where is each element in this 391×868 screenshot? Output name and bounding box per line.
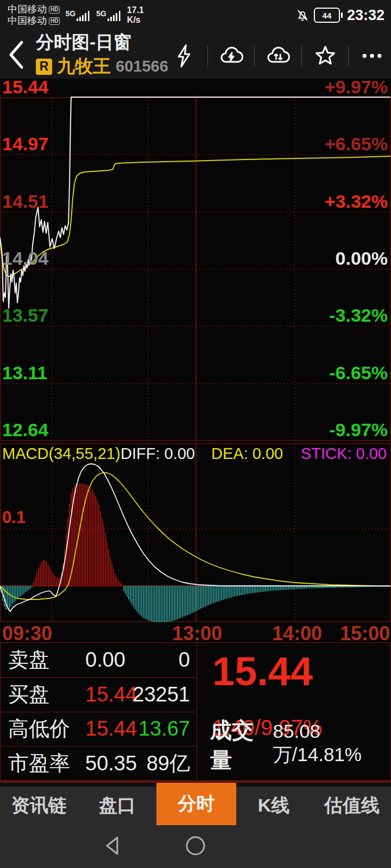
time-axis: 09:30 13:00 14:00 15:00 <box>0 622 391 644</box>
notifications-muted-icon <box>295 8 310 22</box>
tab-order-book[interactable]: 盘口 <box>78 787 156 825</box>
nav-home-icon[interactable] <box>184 834 207 858</box>
battery-icon: 44 <box>314 8 343 23</box>
price-axis-label: 15.44 <box>2 76 48 98</box>
row-value-2: 23251 <box>125 683 190 706</box>
percent-axis-label: -6.65% <box>329 362 388 384</box>
last-price: 15.44 <box>212 648 313 694</box>
row-value-1: 50.35 <box>85 752 125 775</box>
stock-code: 601566 <box>116 58 168 75</box>
time-tick: 13:00 <box>172 622 222 645</box>
quote-summary: 15.44 1.40/9.97% 成交量 85.08万/14.81% <box>197 643 390 781</box>
stock-name: 九牧王 <box>57 54 111 79</box>
table-row-buy: 买盘 15.44 23251 <box>1 678 197 712</box>
divider <box>348 46 349 66</box>
price-axis-label: 14.51 <box>2 190 48 212</box>
percent-axis-label: +3.32% <box>325 190 388 212</box>
app-header: 分时图-日窗 R 九牧王 601566 <box>0 30 391 79</box>
table-row-high-low: 高低价 15.44 13.67 <box>1 712 197 747</box>
row-value-2: 89亿 <box>125 750 190 777</box>
row-label: 卖盘 <box>8 646 85 674</box>
clock: 23:32 <box>347 7 384 24</box>
macd-params-label: MACD(34,55,21) <box>2 445 121 463</box>
row-label: 买盘 <box>8 681 85 709</box>
volume-value: 85.08万/14.81% <box>273 720 391 768</box>
price-axis-label: 14.97 <box>2 133 48 155</box>
row-value-2: 0 <box>125 648 190 672</box>
macd-diff-value: DIFF: 0.00 <box>121 445 195 463</box>
row-value-1: 15.44 <box>85 717 125 741</box>
macd-stick-value: STICK: 0.00 <box>301 445 387 463</box>
time-tick: 15:00 <box>340 622 390 645</box>
bottom-tab-bar: 资讯链 盘口 分时 K线 估值线 <box>0 787 391 868</box>
macd-scale-label: 0.1 <box>2 508 26 527</box>
percent-axis-label: +6.65% <box>325 133 388 155</box>
percent-axis-label: -3.32% <box>329 304 388 326</box>
row-label: 高低价 <box>8 715 85 743</box>
time-tick: 14:00 <box>272 622 322 645</box>
carrier-name-2: 中国移动 <box>8 15 47 27</box>
volume-label: 成交量 <box>210 716 267 775</box>
carrier-name-1: 中国移动 <box>8 4 47 15</box>
nav-back-icon[interactable] <box>102 834 126 858</box>
flash-order-icon[interactable] <box>172 43 197 68</box>
table-row-pe: 市盈率 50.35 89亿 <box>1 746 197 781</box>
percent-axis-label: +9.97% <box>325 76 388 98</box>
quote-panel: 卖盘 0.00 0 买盘 15.44 23251 高低价 15.44 13.67… <box>0 642 391 781</box>
tab-news-chain[interactable]: 资讯链 <box>0 787 78 825</box>
status-bar: 中国移动HD 中国移动HD 5G 5G 17.1 K/s 44 23:32 <box>0 0 391 30</box>
margin-trading-badge: R <box>36 59 52 75</box>
price-axis-label: 13.11 <box>2 362 47 384</box>
price-axis-label: 12.64 <box>2 419 48 441</box>
divider <box>207 46 208 66</box>
hd-badge-icon: HD <box>49 6 60 14</box>
favorite-star-icon[interactable] <box>313 43 338 68</box>
cloud-flash-icon[interactable] <box>219 43 244 68</box>
back-button[interactable] <box>4 38 28 72</box>
signal-strength-icon-2: 5G <box>96 9 122 21</box>
macd-dea-value: DEA: 0.00 <box>211 445 283 463</box>
table-row-sell: 卖盘 0.00 0 <box>1 643 197 678</box>
quote-table: 卖盘 0.00 0 买盘 15.44 23251 高低价 15.44 13.67… <box>1 643 197 781</box>
price-axis-label: 13.57 <box>2 304 48 326</box>
tab-intraday[interactable]: 分时 <box>156 783 236 825</box>
carrier-info: 中国移动HD 中国移动HD <box>8 4 60 27</box>
percent-axis-label: -9.97% <box>329 419 388 441</box>
cloud-sync-icon[interactable] <box>266 43 291 68</box>
phone-screen: 中国移动HD 中国移动HD 5G 5G 17.1 K/s 44 23:32 <box>0 0 391 868</box>
more-options-icon[interactable] <box>360 43 384 68</box>
divider <box>254 46 255 66</box>
percent-axis-label: 0.00% <box>336 247 388 269</box>
hd-badge-icon: HD <box>49 17 60 25</box>
macd-pane[interactable]: MACD(34,55,21) DIFF: 0.00 DEA: 0.00 STIC… <box>0 442 391 622</box>
network-type-label: 5G <box>65 9 75 18</box>
network-speed: 17.1 K/s <box>127 5 144 25</box>
signal-strength-icon-1: 5G <box>65 9 91 21</box>
row-value-1: 15.44 <box>85 683 125 706</box>
price-axis-label: 14.04 <box>2 247 48 269</box>
row-label: 市盈率 <box>8 750 85 777</box>
battery-percent: 44 <box>323 11 332 20</box>
network-type-label: 5G <box>96 9 106 18</box>
divider <box>301 46 302 66</box>
tab-valuation[interactable]: 估值线 <box>313 787 391 825</box>
row-value-2: 13.67 <box>125 717 190 741</box>
tab-kline[interactable]: K线 <box>235 787 313 825</box>
page-title: 分时图-日窗 <box>36 31 168 53</box>
intraday-chart[interactable]: 15.44+9.97%14.97+6.65%14.51+3.32%14.040.… <box>0 79 391 442</box>
android-nav-bar <box>0 833 391 865</box>
time-tick: 09:30 <box>2 622 52 645</box>
row-value-1: 0.00 <box>85 648 125 672</box>
